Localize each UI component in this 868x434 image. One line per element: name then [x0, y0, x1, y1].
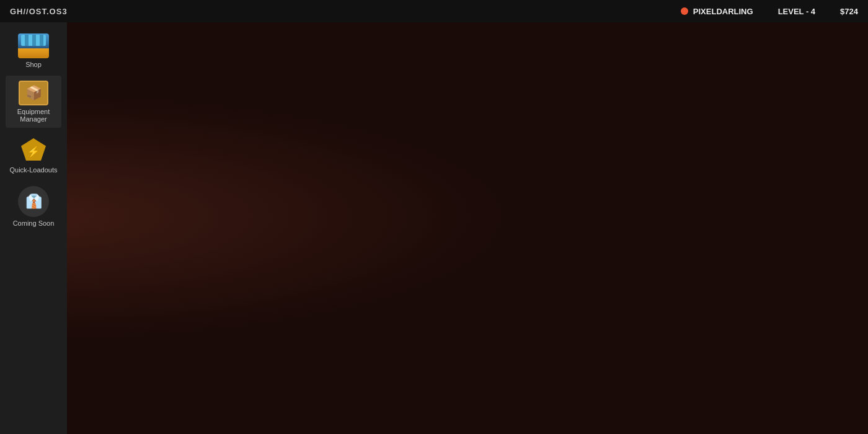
prop-badge-box: 📦 [753, 412, 773, 428]
tier-level-flashlight-2: LEVEL 35 [234, 174, 260, 180]
tier-slot-emf-1[interactable]: 🔒 LEVEL 20 [497, 104, 531, 146]
tier-slot-vc-2[interactable]: 🔒 LEVEL 61 [531, 242, 565, 284]
tier-slot-firelight-1[interactable]: 🔒 LEVEL 12 [497, 309, 531, 351]
tier-slot-firelight-2[interactable]: 🔒 LEVEL 47 [531, 309, 565, 351]
equip-thumb-dots: ▲ 🔦 [171, 104, 196, 146]
plus-btn-crucifix[interactable]: + [128, 335, 141, 347]
header-desc-line1: Welcome to the Equipment Manager! You ca… [77, 52, 464, 63]
sidebar-item-coming-soon[interactable]: 👔 Coming Soon [6, 181, 61, 232]
firelight-circle-img [476, 321, 495, 339]
tier-slot-igniter-2[interactable]: 🔒 LEVEL 41 [531, 355, 565, 397]
equip-row-firelight[interactable]: FIRELIGHT ⊛ 000 - ◆◆◆◆ ▲ [376, 308, 675, 352]
count-val-hg: 000 [87, 384, 100, 391]
tier-slot-hg-3[interactable]: 🔒 LEVEL 82 [264, 355, 298, 397]
minus-btn-flashlight[interactable]: - [102, 176, 115, 188]
thumb-arrow-vc: ▲ [490, 243, 496, 249]
money-display: $724 [840, 7, 858, 16]
tier-slot-uv-1[interactable]: 🔒 LEVEL 21 [196, 242, 230, 284]
equip-name-ghost-writing: GHOST WRITING BOOK [381, 154, 467, 169]
plus-btn-thermo[interactable]: + [425, 222, 438, 234]
tier-slot-flashlight-2[interactable]: 🔒 LEVEL 35 [230, 150, 264, 192]
plus-btn-uv[interactable]: + [124, 268, 136, 280]
tier-slot-igniter-3[interactable]: 🔒 LEVEL 57 [565, 355, 600, 397]
minus-btn-firelight[interactable]: - [404, 335, 416, 347]
tier-slot-firelight-3[interactable]: 🔒 LEVEL 79 [565, 309, 600, 351]
tier-level-crucifix-3: LEVEL 90 [268, 333, 294, 339]
equip-row-crucifix[interactable]: CRUCIFIX ⊛ 000 - ◆◆ + ▲ ✝️ [74, 308, 373, 352]
minus-btn-crucifix[interactable]: - [102, 335, 115, 347]
minus-btn-igniter[interactable]: - [404, 381, 416, 393]
plus-btn-dots[interactable]: + [124, 130, 136, 143]
thumb-arrow-sb: ▲ [189, 197, 195, 203]
tier-slot-sb-2[interactable]: 🔒 LEVEL 54 [230, 196, 264, 238]
plus-btn-hg[interactable]: + [137, 381, 149, 393]
tier-slot-emf-2[interactable]: 🔒 LEVEL 52 [531, 104, 565, 146]
minus-btn-sb[interactable]: - [102, 222, 115, 234]
tier-slot-crucifix-2[interactable]: 🔒 LEVEL 37 [230, 309, 264, 351]
equip-row-spirit-box[interactable]: SPIRIT BOX ⊛ 000 - ◆ + ▲ 📻 [74, 195, 373, 239]
minus-btn-uv[interactable]: - [102, 268, 115, 280]
tier-slot-gw-1[interactable]: 🔒 LEVEL 23 [497, 150, 531, 192]
sidebar-item-shop[interactable]: Shop [6, 29, 61, 73]
equip-row-igniter[interactable]: IGNITER ⊛ 000 - ▲ 🔥 🔒 [376, 354, 675, 397]
tier-slot-dots-1[interactable]: 🔒 LEVEL 29 [196, 104, 230, 146]
tier-slot-vc-1[interactable]: 🔒 LEVEL 33 [497, 242, 531, 284]
header-desc-line2: To change which tier of equipment you ha… [77, 65, 464, 76]
rp-desc: A small laser pen that projects small be… [683, 205, 868, 392]
plus-btn-vc[interactable]: + [425, 268, 438, 280]
coin-icon-uv: ⊛ [80, 271, 85, 278]
lightning-icon: ⚡ [781, 415, 791, 425]
tier-slot-crucifix-3[interactable]: 🔒 LEVEL 90 [264, 309, 298, 351]
equip-row-flashlight[interactable]: FLASHLIGHT ⊛ 000 - ◆ + ▲ 🔦 [74, 149, 373, 193]
tier-slot-crucifix-1[interactable]: 🔒 LEVEL 8 [196, 309, 230, 351]
equip-row-uv-light[interactable]: UV LIGHT ⊛ 000 - ◆ + ▲ 💡 [74, 241, 373, 285]
minus-btn-thermo[interactable]: - [404, 222, 416, 234]
plus-btn-sb[interactable]: + [124, 222, 136, 234]
minus-btn-gw[interactable]: - [404, 176, 416, 188]
plus-btn-flashlight[interactable]: + [124, 176, 136, 188]
equip-thumb-emf: ▲ 📻 [472, 104, 497, 146]
equip-row-thermometer[interactable]: THERMOMETER ⊛ 000 - ◆ + ▲ 🌡️ [376, 195, 675, 239]
coin-icon: ⊛ [80, 133, 85, 140]
minus-btn-emf[interactable]: - [404, 130, 416, 143]
shop-icon [18, 33, 49, 58]
main-content: EQUIPMENT MANAGER Welcome to the Equipme… [67, 22, 868, 434]
diamond-icon-dots: ◆ [117, 133, 122, 140]
coming-soon-icon: 👔 [18, 186, 49, 217]
diamond-icon-sb: ◆ [117, 225, 122, 231]
plus-btn-gw[interactable]: + [425, 176, 438, 188]
box-icon: 📦 [758, 415, 768, 425]
equip-row-ghost-writing[interactable]: GHOST WRITING BOOK ⊛ 000 - ◆ + ▲ 📓 [376, 149, 675, 193]
tier-slot-gw-2[interactable]: 🔒 LEVEL 63 [531, 150, 565, 192]
lock-icon-emf-2: 🔒 [544, 116, 554, 126]
lock-icon-uv-1: 🔒 [208, 254, 219, 264]
equip-row-emf[interactable]: EMF READER ⊛ 000 - ◆ + ▲ 📻 [376, 104, 675, 147]
minus-btn-dots[interactable]: - [102, 130, 115, 143]
equip-row-dots-projector[interactable]: D.O.T.S. PROJECTOR ⊛ 000 - ◆ + ▲ 🔦 [74, 104, 373, 147]
minus-btn-vc[interactable]: - [404, 268, 416, 280]
equip-row-video-camera[interactable]: VIDEO CAMERA ⊛ 000 - ◆ + ▲ 📹 [376, 241, 675, 285]
sidebar-item-quick-loadouts[interactable]: ⚡ Quick-Loadouts [6, 130, 61, 179]
sidebar-label-equipment: Equipment Manager [8, 108, 59, 123]
tier-slot-hg-2[interactable]: 🔒 LEVEL 49 [230, 355, 264, 397]
thumb-arrow-thermo: ▲ [490, 197, 496, 203]
tier-slot-hg-1[interactable]: 🔒 LEVEL 13 [196, 355, 230, 397]
minus-btn-hg[interactable]: - [102, 381, 115, 393]
tier-slot-sb-1[interactable]: 🔒 LEVEL 27 [196, 196, 230, 238]
sidebar-item-equipment-manager[interactable]: 📦 Equipment Manager [6, 76, 61, 128]
header-icon-button[interactable]: ⬜ [808, 30, 833, 55]
equip-row-head-gear[interactable]: HEAD GEAR ⊛ 000 - ◆◆◆◆ + ▲ 🎧 [74, 354, 373, 397]
tier-slot-flashlight-1[interactable]: 🔒 LEVEL 19 [196, 150, 230, 192]
tier-slot-thermo-2[interactable]: 🔒 LEVEL 64 [531, 196, 565, 238]
help-button[interactable]: ? [836, 35, 851, 50]
tier-slot-dots-2[interactable]: 🔒 LEVEL 60 [230, 104, 264, 146]
equip-thumb-vc: ▲ 📹 [472, 242, 497, 284]
tier-slot-thermo-1[interactable]: 🔒 LEVEL 36 [497, 196, 531, 238]
plus-btn-emf[interactable]: + [425, 130, 438, 143]
player-info: PIXELDARLING [681, 7, 753, 16]
tier-slot-uv-2[interactable]: 🔒 LEVEL 56 [230, 242, 264, 284]
equip-thumb-thermo: ▲ 🌡️ [472, 196, 497, 238]
thumb-img-vc: 📹 [477, 255, 493, 270]
tier-slot-igniter-1[interactable]: 🔒 LEVEL 12 [497, 355, 531, 397]
cube-icon: ⬜ [813, 35, 829, 50]
